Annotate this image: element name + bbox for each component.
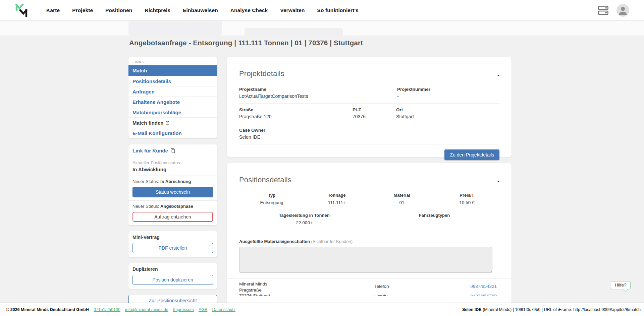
preis-value: 10,50 € (434, 200, 499, 205)
typ-label: Typ (239, 193, 304, 198)
collapse-position-details-button[interactable]: - (497, 178, 499, 184)
material-value: 01 (369, 200, 434, 205)
nav-item-richtpreis[interactable]: Richtpreis (145, 7, 170, 13)
current-status-label: Aktueller Positionsstatus: (132, 160, 213, 165)
collapse-project-details-button[interactable]: - (497, 72, 499, 78)
nav-item-so-funktionierts[interactable]: So funktioniert's (317, 7, 359, 13)
ort-value: Stuttgart (396, 114, 499, 119)
status-card: Link für Kunde Aktueller Positionsstatus… (128, 144, 217, 225)
sidebar: LINKS Match Positionsdetails Anfragen Er… (128, 57, 217, 306)
create-pdf-button[interactable]: PDF erstellen (132, 243, 213, 253)
projektnummer-label: Projektnummer (397, 87, 499, 92)
nav-item-karte[interactable]: Karte (46, 7, 60, 13)
session-details: (Mineral Minds) | 109f1f0c79b0 | URL of … (482, 307, 641, 312)
contact-company: Mineral Minds (239, 281, 374, 287)
position-details-card: Positionsdetails - Typ Entsorgung Tonnag… (227, 163, 512, 316)
withdraw-order-button[interactable]: Auftrag entziehen (132, 212, 213, 222)
plz-label: PLZ (353, 107, 396, 112)
project-details-title: Projektdetails (239, 69, 284, 78)
nav-item-analyse-check[interactable]: Analyse Check (230, 7, 268, 13)
mini-contract-card: Mini-Vertrag PDF erstellen (128, 231, 217, 257)
mobile-link[interactable]: 0123/456789 (470, 294, 497, 296)
sidebar-item-match-finden[interactable]: Match finden (128, 117, 217, 128)
nav-item-verwalten[interactable]: Verwalten (280, 7, 305, 13)
footer: © 2026 Mineral Minds Deutschland GmbH · … (0, 303, 644, 316)
main-nav: Karte Projekte Positionen Richtpreis Ein… (46, 0, 359, 20)
contact-street: Pragstraße (239, 287, 374, 293)
navbar-actions (598, 0, 629, 20)
customer-link-label: Link für Kunde (132, 148, 168, 153)
footer-email-link[interactable]: info@mineral-minds.de (125, 307, 168, 312)
phone-label: Telefon (374, 284, 470, 289)
strasse-value: Pragstraße 120 (239, 114, 353, 119)
sidebar-item-email-konfiguration[interactable]: E-Mail Konfiguration (128, 128, 217, 138)
footer-datenschutz-link[interactable]: Datenschutz (212, 307, 235, 312)
new-status-value-1: In Abrechnung (160, 179, 191, 184)
page-title: Angebotsanfrage - Entsorgung | 111.111 T… (129, 39, 363, 47)
skeleton-box-right (245, 28, 343, 36)
contact-city: 70376 Stuttgart (239, 293, 374, 296)
sidebar-item-erhaltene-angebote[interactable]: Erhaltene Angebote (128, 97, 217, 107)
session-info: Selen IDE (Mineral Minds) | 109f1f0c79b0… (462, 307, 641, 312)
case-owner-label: Case Owner (239, 128, 499, 133)
contact-block: Mineral Minds Pragstraße 70376 Stuttgart… (239, 278, 499, 296)
material-properties-hint: (Sichtbar für Kunden) (311, 239, 353, 244)
navbar: Karte Projekte Positionen Richtpreis Ein… (0, 0, 644, 20)
go-to-project-details-button[interactable]: Zu den Projektdetails (444, 149, 499, 160)
mini-contract-title: Mini-Vertrag (132, 235, 213, 240)
tagesleistung-value: 22.000 t (239, 220, 369, 225)
nav-item-einbauweisen[interactable]: Einbauweisen (183, 7, 218, 13)
duplicate-card: Duplizieren Position duplizieren (128, 263, 217, 289)
nav-item-positionen[interactable]: Positionen (105, 7, 132, 13)
copyright-text: © 2026 Mineral Minds Deutschland GmbH (6, 307, 89, 312)
mineral-minds-logo-icon[interactable] (15, 3, 30, 19)
external-link-icon (165, 121, 170, 125)
dns-server-icon[interactable] (598, 6, 609, 15)
material-properties-textarea[interactable] (239, 247, 492, 273)
duplicate-position-button[interactable]: Position duplizieren (132, 275, 213, 285)
footer-impressum-link[interactable]: Impressum (173, 307, 194, 312)
current-status-value: In Abwicklung (132, 167, 213, 172)
duplicate-title: Duplizieren (132, 266, 213, 272)
strasse-label: Straße (239, 107, 353, 112)
typ-value: Entsorgung (239, 200, 304, 205)
session-user: Selen IDE (462, 307, 482, 312)
tagesleistung-label: Tagesleistung in Tonnen (239, 213, 369, 218)
projektname-value: LotActualTargetComparisonTests (239, 93, 397, 99)
help-button[interactable]: Hilfe? (611, 281, 631, 289)
customer-link[interactable]: Link für Kunde (132, 148, 213, 153)
new-status-value-2: Angebotsphase (160, 204, 193, 209)
position-details-title: Positionsdetails (239, 176, 291, 184)
footer-phone-link[interactable]: 07151/250100 (94, 307, 120, 312)
sidebar-item-matchingvorschlaege[interactable]: Matchingvorschläge (128, 107, 217, 117)
footer-agb-link[interactable]: AGB (199, 307, 207, 312)
user-avatar-icon[interactable] (616, 4, 629, 17)
ort-label: Ort (396, 107, 499, 112)
projektname-label: Projektname (239, 87, 397, 92)
mobile-label: Handy (374, 294, 470, 296)
tonnage-value: 111.111 t (304, 200, 369, 205)
copy-icon[interactable] (170, 148, 175, 153)
sidebar-item-label: Match finden (132, 120, 164, 126)
project-details-card: Projektdetails - Projektname LotActualTa… (227, 57, 512, 157)
links-card-header: LINKS (128, 57, 217, 65)
phone-link[interactable]: 0987/654321 (470, 284, 497, 289)
nav-item-projekte[interactable]: Projekte (72, 7, 93, 13)
new-status-line-2: Neuer Status: Angebotsphase (132, 204, 213, 209)
material-properties-label: Ausgefüllte Materialeigenschaften (Sicht… (239, 239, 499, 244)
preis-label: Preis/T (434, 193, 499, 198)
case-owner-value: Selen IDE (239, 134, 499, 140)
app-window: Karte Projekte Positionen Richtpreis Ein… (0, 0, 644, 316)
sidebar-item-anfragen[interactable]: Anfragen (128, 86, 217, 97)
fahrzeugtypen-label: Fahrzeugtypen (369, 213, 499, 218)
material-label: Material (369, 193, 434, 198)
skeleton-box-left (128, 21, 222, 36)
new-status-line-1: Neuer Status: In Abrechnung (132, 179, 213, 184)
sidebar-item-positionsdetails[interactable]: Positionsdetails (128, 76, 217, 86)
fahrzeugtypen-value: – (369, 220, 499, 225)
projektnummer-value: - (397, 93, 499, 99)
sidebar-item-match[interactable]: Match (128, 65, 217, 76)
links-card: LINKS Match Positionsdetails Anfragen Er… (128, 57, 217, 138)
change-status-button[interactable]: Status wechseln (132, 187, 213, 197)
scrolled-content-strip (0, 21, 644, 36)
